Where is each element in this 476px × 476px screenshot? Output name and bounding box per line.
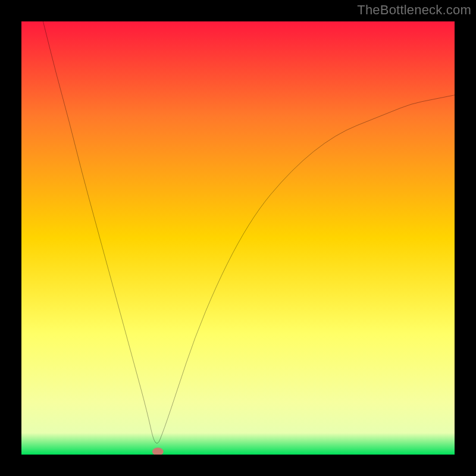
chart-frame: TheBottleneck.com	[0, 0, 476, 476]
watermark-text: TheBottleneck.com	[357, 2, 471, 18]
chart-svg	[21, 21, 455, 455]
plot-area	[21, 21, 455, 455]
gradient-background	[21, 21, 455, 455]
